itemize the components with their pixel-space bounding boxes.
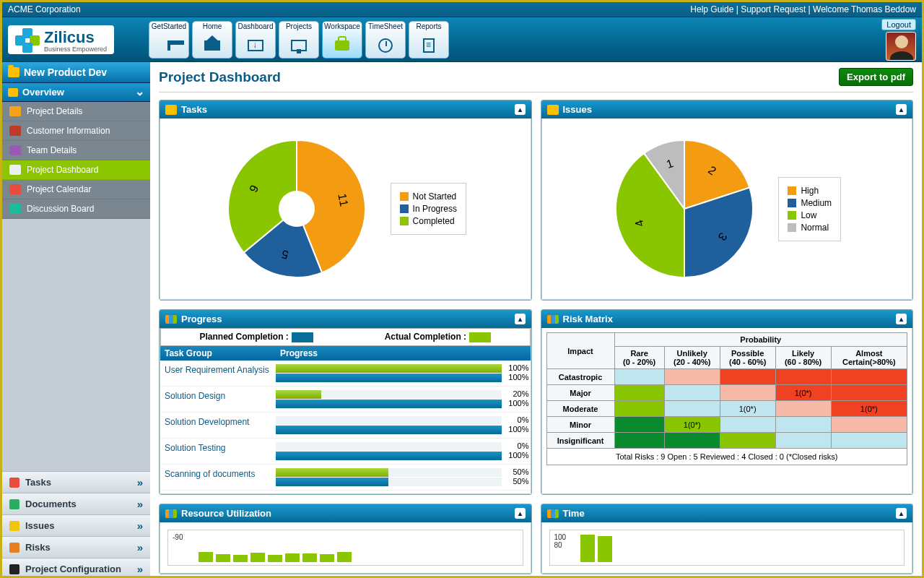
item-icon xyxy=(9,165,21,175)
main-nav: GetStartedHomeDashboardProjectsWorkspace… xyxy=(149,21,449,59)
bar-chart-icon xyxy=(165,509,177,518)
folder-icon xyxy=(165,105,177,115)
progress-legend: Planned Completion : Actual Completion : xyxy=(160,328,531,346)
progress-row: User Requirement Analysis 100% 100% xyxy=(160,361,531,387)
item-icon xyxy=(9,126,21,136)
collapse-icon[interactable]: ▴ xyxy=(896,314,907,324)
legend-item: Low xyxy=(788,210,832,220)
chevron-right-icon xyxy=(137,563,143,575)
nav-timesheet[interactable]: TimeSheet xyxy=(365,21,406,59)
nav-reports[interactable]: Reports xyxy=(409,21,449,59)
sidebar-nav-risks[interactable]: Risks xyxy=(2,536,150,558)
legend-item: Medium xyxy=(788,198,832,208)
legend-item: Normal xyxy=(788,223,832,233)
collapse-icon[interactable]: ▴ xyxy=(515,314,526,324)
nav-dashboard[interactable]: Dashboard xyxy=(235,21,276,59)
issues-legend: HighMediumLowNormal xyxy=(778,177,841,241)
risk-row: Major1(0*) xyxy=(546,385,907,401)
nav-icon xyxy=(9,499,19,509)
nav-projects[interactable]: Projects xyxy=(279,21,319,59)
risk-row: Moderate1(0*)1(0*) xyxy=(546,401,907,417)
export-pdf-button[interactable]: Export to pdf xyxy=(839,68,913,86)
chevron-down-icon xyxy=(135,87,144,98)
risk-row: Catastropic xyxy=(546,369,907,385)
header: Zilicus Business Empowered GetStartedHom… xyxy=(2,17,922,62)
panel-issues: Issues▴ 2341 HighMediumLowNormal xyxy=(541,100,914,301)
item-icon xyxy=(9,204,21,214)
chevron-right-icon xyxy=(137,498,143,510)
topbar: ACME Corporation Help Guide | Support Re… xyxy=(2,2,922,17)
tasks-chart: 1159 xyxy=(225,137,369,281)
panel-tasks: Tasks▴ 1159 Not StartedIn ProgressComple… xyxy=(159,100,532,301)
item-icon xyxy=(9,145,21,155)
nav-icon xyxy=(9,478,19,488)
support-link[interactable]: Support Request xyxy=(741,4,806,14)
collapse-icon[interactable]: ▴ xyxy=(896,508,907,519)
panel-resource: Resource Utilization▴ -90 xyxy=(159,504,532,574)
chevron-right-icon xyxy=(137,541,143,553)
progress-header: Task Group Progress xyxy=(160,346,531,361)
sidebar-item-customer-information[interactable]: Customer Information xyxy=(2,121,150,141)
bar-chart-icon xyxy=(547,315,559,324)
collapse-icon[interactable]: ▴ xyxy=(515,508,526,519)
brand-tagline: Business Empowered xyxy=(44,46,107,53)
logo-icon xyxy=(15,28,40,53)
nav-workspace[interactable]: Workspace xyxy=(322,21,362,59)
sidebar-item-project-dashboard[interactable]: Project Dashboard xyxy=(2,160,150,180)
risk-footer: Total Risks : 9 Open : 5 Reviewed : 4 Cl… xyxy=(546,449,908,465)
collapse-icon[interactable]: ▴ xyxy=(515,104,526,115)
sidebar-nav-tasks[interactable]: Tasks xyxy=(2,471,150,493)
logo[interactable]: Zilicus Business Empowered xyxy=(8,25,141,54)
sidebar-nav-issues[interactable]: Issues xyxy=(2,514,150,536)
svg-point-3 xyxy=(279,191,315,227)
content: Project Dashboard Export to pdf Tasks▴ 1… xyxy=(150,62,922,578)
sidebar-item-discussion-board[interactable]: Discussion Board xyxy=(2,199,150,219)
progress-row: Solution Development 0% 100% xyxy=(160,413,531,439)
risk-row: Minor1(0*) xyxy=(546,417,907,433)
folder-icon xyxy=(547,105,559,115)
issues-chart: 2341 xyxy=(612,137,757,281)
sidebar-item-team-details[interactable]: Team Details xyxy=(2,141,150,160)
sidebar-item-project-calendar[interactable]: Project Calendar xyxy=(2,180,150,199)
legend-item: High xyxy=(788,186,832,196)
sidebar-project-name[interactable]: New Product Dev xyxy=(2,62,150,83)
page-title: Project Dashboard xyxy=(159,69,281,85)
panel-time: Time▴ 100 80 xyxy=(541,504,914,574)
bar-chart-icon xyxy=(547,509,559,518)
panel-progress: Progress▴ Planned Completion : Actual Co… xyxy=(159,309,532,495)
legend-item: In Progress xyxy=(400,204,457,214)
collapse-icon[interactable]: ▴ xyxy=(896,104,907,115)
topbar-links: Help Guide | Support Request | Welcome T… xyxy=(690,4,916,14)
brand-name: Zilicus xyxy=(44,28,107,47)
svg-text:11: 11 xyxy=(336,192,350,207)
item-icon xyxy=(9,106,21,116)
sidebar-item-project-details[interactable]: Project Details xyxy=(2,102,150,121)
help-link[interactable]: Help Guide xyxy=(690,4,733,14)
sidebar-nav-project-configuration[interactable]: Project Configuration xyxy=(2,558,150,578)
folder-icon xyxy=(8,67,19,77)
logout-button[interactable]: Logout xyxy=(881,19,916,30)
nav-icon xyxy=(9,521,19,531)
sidebar: New Product Dev Overview Project Details… xyxy=(2,62,150,578)
corp-name: ACME Corporation xyxy=(8,4,81,14)
risk-row: Insignificant xyxy=(546,433,907,449)
nav-home[interactable]: Home xyxy=(192,21,232,59)
progress-row: Scanning of documents 50% 50% xyxy=(160,465,531,491)
sidebar-nav-documents[interactable]: Documents xyxy=(2,493,150,514)
nav-getstarted[interactable]: GetStarted xyxy=(149,21,189,59)
risk-matrix-table: ImpactProbability Rare (0 - 20%)Unlikely… xyxy=(546,332,908,449)
chevron-right-icon xyxy=(137,476,143,488)
legend-item: Completed xyxy=(400,216,457,226)
legend-item: Not Started xyxy=(400,191,457,202)
user-box: Logout xyxy=(881,19,916,61)
nav-icon xyxy=(9,543,19,553)
avatar[interactable] xyxy=(886,32,916,61)
progress-row: Solution Design 20% 100% xyxy=(160,387,531,413)
welcome-user[interactable]: Welcome Thomas Beddow xyxy=(813,4,916,14)
chevron-right-icon xyxy=(137,519,143,532)
panel-risk-matrix: Risk Matrix▴ ImpactProbability Rare (0 -… xyxy=(541,309,914,495)
folder-icon xyxy=(8,88,18,97)
sidebar-section-overview[interactable]: Overview xyxy=(2,83,150,102)
item-icon xyxy=(9,184,21,194)
time-chart: 100 80 xyxy=(549,530,905,566)
